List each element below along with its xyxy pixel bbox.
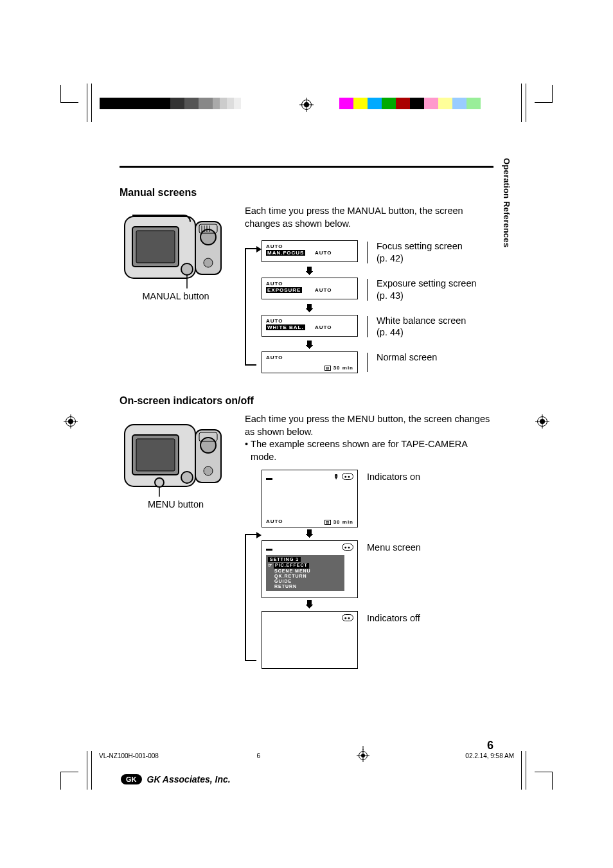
svg-point-19 — [181, 472, 193, 483]
footer-timestamp: 02.2.14, 9:58 AM — [465, 752, 514, 759]
camera-caption: MENU button — [120, 499, 232, 509]
battery-icon: ▬ — [266, 545, 273, 552]
section-heading-osd: On-screen indicators on/off — [120, 395, 493, 407]
associates-logo: GK — [121, 774, 142, 784]
camera-caption: MANUAL button — [120, 291, 232, 301]
footer-slug: VL-NZ100H-001-008 6 02.2.14, 9:58 AM — [99, 751, 514, 760]
mic-icon: 🎙 — [333, 474, 340, 480]
mini-screen-indicators-on: ▬ 🎙●● AUTO ⊟ 30 min — [262, 470, 358, 527]
camera-illustration — [120, 413, 229, 497]
crop-mark-inner — [85, 84, 94, 125]
arrow-down-icon: 🡇 — [262, 530, 358, 539]
camera-illustration — [120, 205, 229, 288]
svg-point-17 — [200, 438, 216, 453]
registration-mark-icon — [301, 100, 312, 110]
cassette-icon: ●● — [342, 473, 353, 480]
footer-doc-id: VL-NZ100H-001-008 — [99, 752, 159, 759]
svg-point-20 — [155, 478, 164, 487]
section1-intro-text: Each time you press the MANUAL button, t… — [245, 205, 493, 230]
arrow-down-icon: 🡇 — [262, 601, 358, 610]
footer-page-num: 6 — [256, 752, 260, 759]
battery-icon: ▬ — [266, 474, 273, 481]
arrow-down-icon: 🡇 — [262, 305, 358, 314]
svg-rect-2 — [136, 231, 175, 263]
cassette-icon: ●● — [342, 614, 353, 621]
crop-mark-inner — [519, 84, 528, 125]
color-registration-bar — [100, 98, 241, 109]
registration-mark-icon — [537, 416, 547, 427]
screen-label: Exposure setting screen (p. 43) — [377, 278, 477, 302]
page-number: 6 — [487, 739, 493, 752]
mini-screen-indicators-off: ●● — [262, 611, 358, 669]
screen-label: Menu screen — [367, 540, 421, 554]
section2-bullet-text: • The example screens shown are for TAPE… — [245, 438, 493, 463]
mini-screen-exposure: AUTO EXPOSURE AUTO — [262, 278, 358, 299]
section2-intro-text: Each time you press the MENU button, the… — [245, 413, 493, 438]
cassette-icon: ●● — [342, 544, 353, 551]
registration-mark-icon — [66, 416, 76, 427]
color-registration-bar — [339, 98, 481, 109]
osd-menu-box: SETTING 1 ☞PIC.EFFECT SCENE MENU QK.RETU… — [266, 555, 344, 590]
loop-arrow-icon — [245, 248, 256, 366]
svg-point-6 — [181, 263, 193, 275]
svg-point-5 — [204, 258, 213, 267]
svg-rect-15 — [136, 439, 175, 471]
screen-label: Focus setting screen (p. 42) — [377, 240, 463, 265]
svg-point-18 — [204, 466, 213, 475]
svg-point-4 — [200, 229, 216, 245]
arrow-down-icon: 🡇 — [262, 267, 358, 276]
mini-screen-menu: ▬ ●● SETTING 1 ☞PIC.EFFECT SCENE MENU QK… — [262, 540, 358, 598]
screen-label: Normal screen — [377, 351, 437, 364]
crop-mark-inner — [519, 751, 528, 792]
screen-label: Indicators on — [367, 470, 420, 483]
mini-screen-focus: AUTO MAN.FOCUS AUTO — [262, 240, 358, 262]
crop-mark-inner — [85, 751, 94, 792]
arrow-down-icon: 🡇 — [262, 341, 358, 350]
horizontal-rule — [120, 166, 493, 168]
side-tab-label: Operation References — [502, 158, 511, 247]
loop-arrow-icon — [245, 534, 256, 661]
screen-label: White balance screen (p. 44) — [377, 315, 466, 339]
associates-credit: GK GK Associates, Inc. — [121, 774, 231, 784]
section-heading-manual-screens: Manual screens — [120, 187, 493, 199]
mini-screen-whitebal: AUTO WHITE BAL. AUTO — [262, 315, 358, 337]
screen-label: Indicators off — [367, 611, 420, 624]
mini-screen-normal: AUTO ⊟ 30 min — [262, 351, 358, 373]
